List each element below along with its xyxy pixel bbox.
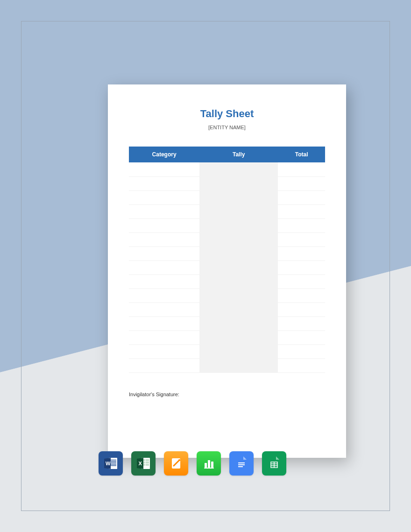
table-row xyxy=(129,330,325,344)
svg-point-18 xyxy=(178,459,180,461)
table-row xyxy=(129,358,325,372)
excel-icon[interactable]: X xyxy=(131,451,156,476)
svg-rect-25 xyxy=(238,466,243,467)
table-row xyxy=(129,162,325,176)
column-header-tally: Tally xyxy=(199,147,278,162)
table-row xyxy=(129,302,325,316)
svg-rect-12 xyxy=(146,462,149,463)
svg-rect-1 xyxy=(110,460,116,461)
svg-rect-14 xyxy=(146,464,149,466)
svg-rect-21 xyxy=(211,462,213,468)
docs-icon[interactable] xyxy=(229,451,254,476)
svg-rect-5 xyxy=(110,465,116,466)
numbers-icon[interactable] xyxy=(197,451,221,476)
svg-rect-4 xyxy=(110,464,116,465)
tally-table: Category Tally Total xyxy=(129,147,325,373)
column-header-total: Total xyxy=(278,147,325,162)
word-icon[interactable]: W xyxy=(99,451,123,476)
svg-rect-2 xyxy=(110,461,116,462)
svg-rect-24 xyxy=(238,464,245,465)
table-row xyxy=(129,176,325,190)
table-row xyxy=(129,204,325,218)
svg-rect-22 xyxy=(204,468,214,469)
pages-icon[interactable] xyxy=(164,451,188,476)
table-row xyxy=(129,190,325,204)
table-row xyxy=(129,232,325,246)
table-row xyxy=(129,246,325,260)
page-title: Tally Sheet xyxy=(129,108,325,120)
table-row xyxy=(129,316,325,330)
document-page: Tally Sheet [ENTITY NAME] Category Tally… xyxy=(108,84,346,458)
svg-rect-23 xyxy=(238,462,245,463)
svg-rect-19 xyxy=(205,463,207,468)
table-header-row: Category Tally Total xyxy=(129,147,325,162)
sheets-icon[interactable] xyxy=(262,451,286,476)
preview-frame: Tally Sheet [ENTITY NAME] Category Tally… xyxy=(21,21,390,511)
svg-rect-20 xyxy=(208,460,210,468)
svg-rect-10 xyxy=(146,459,149,461)
table-body xyxy=(129,162,325,372)
table-row xyxy=(129,260,325,274)
signature-label: Invigilator's Signature: xyxy=(129,392,325,397)
format-icon-row: W X xyxy=(99,451,286,476)
svg-text:W: W xyxy=(106,461,111,466)
table-row xyxy=(129,274,325,288)
svg-text:X: X xyxy=(139,461,142,466)
column-header-category: Category xyxy=(129,147,199,162)
table-row xyxy=(129,344,325,358)
page-subtitle: [ENTITY NAME] xyxy=(129,125,325,130)
table-row xyxy=(129,218,325,232)
svg-rect-3 xyxy=(110,462,116,463)
table-row xyxy=(129,288,325,302)
